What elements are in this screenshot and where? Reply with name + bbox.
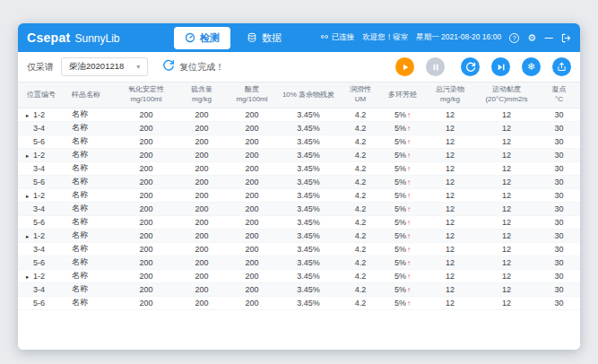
- table-row[interactable]: 5-6 名称 200 200 200 3.45% 4.2 5%↑ 12 12 3…: [18, 175, 580, 188]
- tab-data[interactable]: 数据: [236, 27, 292, 49]
- table-row[interactable]: 5-6 名称 200 200 200 3.45% 4.2 5%↑ 12 12 3…: [18, 296, 580, 309]
- pour-point-cell: 30: [538, 282, 580, 296]
- pah-value: 5%: [394, 204, 406, 213]
- position-value: 1-2: [33, 151, 45, 160]
- viscosity-cell: 12: [475, 215, 538, 229]
- pah-cell: 5%↑: [380, 215, 425, 229]
- position-cell: ▸1-2: [18, 229, 65, 242]
- lubricity-cell: 4.2: [341, 108, 380, 121]
- capture-only-label[interactable]: 仅采谱: [27, 61, 54, 74]
- pour-point-cell: 30: [538, 269, 580, 282]
- exit-icon[interactable]: [561, 33, 571, 43]
- col-header-residue-carbon: 10% 蒸余物残炭: [276, 82, 341, 108]
- residue-cell: 3.45%: [276, 148, 341, 161]
- pollutant-cell: 12: [425, 242, 475, 256]
- table-row[interactable]: ▸1-2 名称 200 200 200 3.45% 4.2 5%↑ 12 12 …: [18, 229, 580, 242]
- connection-status: 已连接: [320, 32, 355, 43]
- pah-value: 5%: [394, 245, 406, 254]
- up-arrow-icon: ↑: [407, 259, 411, 267]
- lubricity-cell: 4.2: [341, 256, 380, 269]
- sulfur-cell: 200: [176, 108, 228, 121]
- position-value: 3-4: [33, 245, 45, 254]
- table-row[interactable]: 3-4 名称 200 200 200 3.45% 4.2 5%↑ 12 12 3…: [18, 161, 580, 175]
- pah-value: 5%: [394, 218, 406, 227]
- col-header-lubricity: 润滑性UM: [341, 82, 380, 108]
- col-header-position: 位置编号: [18, 82, 65, 108]
- oxidation-cell: 200: [117, 269, 176, 282]
- position-cell: 5-6: [18, 215, 65, 229]
- pause-button[interactable]: [426, 57, 445, 76]
- reset-group: 复位完成！: [162, 59, 224, 75]
- acidity-cell: 200: [228, 256, 276, 269]
- pour-point-cell: 30: [538, 175, 580, 188]
- table-row[interactable]: 5-6 名称 200 200 200 3.45% 4.2 5%↑ 12 12 3…: [18, 134, 580, 148]
- acidity-cell: 200: [228, 121, 276, 134]
- table-row[interactable]: ▸1-2 名称 200 200 200 3.45% 4.2 5%↑ 12 12 …: [18, 269, 580, 282]
- viscosity-cell: 12: [475, 161, 538, 175]
- sample-dropdown-value: 柴油20201218: [69, 61, 124, 73]
- pah-value: 5%: [394, 258, 406, 267]
- export-icon: [557, 62, 567, 72]
- sample-dropdown[interactable]: 柴油20201218 ▾: [61, 57, 148, 76]
- loop-button[interactable]: [461, 57, 480, 76]
- pour-point-cell: 30: [538, 134, 580, 148]
- lubricity-cell: 4.2: [341, 175, 380, 188]
- lubricity-cell: 4.2: [341, 242, 380, 256]
- sample-name-cell: 名称: [65, 148, 117, 161]
- minimize-icon[interactable]: —: [544, 34, 553, 42]
- sample-name-cell: 名称: [65, 296, 117, 309]
- tab-detection[interactable]: 检测: [174, 27, 230, 49]
- oxidation-cell: 200: [117, 282, 176, 296]
- oxidation-cell: 200: [117, 134, 176, 148]
- lubricity-cell: 4.2: [341, 229, 380, 242]
- lubricity-cell: 4.2: [341, 161, 380, 175]
- table-row[interactable]: ▸1-2 名称 200 200 200 3.45% 4.2 5%↑ 12 12 …: [18, 188, 580, 202]
- position-cell: 5-6: [18, 256, 65, 269]
- col-header-pah: 多环芳烃: [380, 82, 425, 108]
- table-row[interactable]: 3-4 名称 200 200 200 3.45% 4.2 5%↑ 12 12 3…: [18, 202, 580, 215]
- freeze-button[interactable]: ❄: [522, 57, 541, 76]
- settings-icon[interactable]: ⚙: [527, 33, 536, 43]
- pah-value: 5%: [394, 285, 406, 294]
- snowflake-icon: ❄: [527, 62, 535, 72]
- pah-value: 5%: [394, 151, 406, 160]
- acidity-cell: 200: [228, 296, 276, 309]
- acidity-cell: 200: [228, 161, 276, 175]
- sample-name-cell: 名称: [65, 282, 117, 296]
- pollutant-cell: 12: [425, 175, 475, 188]
- pour-point-cell: 30: [538, 256, 580, 269]
- oxidation-cell: 200: [117, 229, 176, 242]
- position-value: 1-2: [33, 272, 45, 281]
- pour-point-cell: 30: [538, 148, 580, 161]
- table-row[interactable]: ▸1-2 名称 200 200 200 3.45% 4.2 5%↑ 12 12 …: [18, 148, 580, 161]
- help-icon[interactable]: ？: [509, 33, 519, 43]
- sulfur-cell: 200: [176, 202, 228, 215]
- start-button[interactable]: [395, 57, 414, 76]
- table-row[interactable]: 3-4 名称 200 200 200 3.45% 4.2 5%↑ 12 12 3…: [18, 121, 580, 134]
- residue-cell: 3.45%: [276, 282, 341, 296]
- pollutant-cell: 12: [425, 229, 475, 242]
- reset-icon[interactable]: [162, 59, 175, 75]
- up-arrow-icon: ↑: [407, 152, 411, 160]
- export-button[interactable]: [552, 57, 571, 76]
- table-row[interactable]: ▸1-2 名称 200 200 200 3.45% 4.2 5%↑ 12 12 …: [18, 108, 580, 121]
- skip-end-button[interactable]: [491, 57, 510, 76]
- viscosity-cell: 12: [475, 296, 538, 309]
- pollutant-cell: 12: [425, 296, 475, 309]
- table-row[interactable]: 5-6 名称 200 200 200 3.45% 4.2 5%↑ 12 12 3…: [18, 256, 580, 269]
- loop-icon: [465, 62, 476, 73]
- viscosity-cell: 12: [475, 256, 538, 269]
- table-header-row: 位置编号 样品名称 氧化安定性mg/100ml 硫含量mg/kg 酸度mg/10…: [18, 82, 580, 108]
- col-header-sample-name: 样品名称: [65, 82, 117, 108]
- position-value: 1-2: [33, 110, 45, 119]
- table-row[interactable]: 3-4 名称 200 200 200 3.45% 4.2 5%↑ 12 12 3…: [18, 282, 580, 296]
- table-row[interactable]: 3-4 名称 200 200 200 3.45% 4.2 5%↑ 12 12 3…: [18, 242, 580, 256]
- residue-cell: 3.45%: [276, 215, 341, 229]
- sulfur-cell: 200: [176, 282, 228, 296]
- sulfur-cell: 200: [176, 215, 228, 229]
- lubricity-cell: 4.2: [341, 215, 380, 229]
- database-icon: [247, 32, 257, 43]
- pollutant-cell: 12: [425, 121, 475, 134]
- table-row[interactable]: 5-6 名称 200 200 200 3.45% 4.2 5%↑ 12 12 3…: [18, 215, 580, 229]
- position-value: 3-4: [33, 124, 45, 133]
